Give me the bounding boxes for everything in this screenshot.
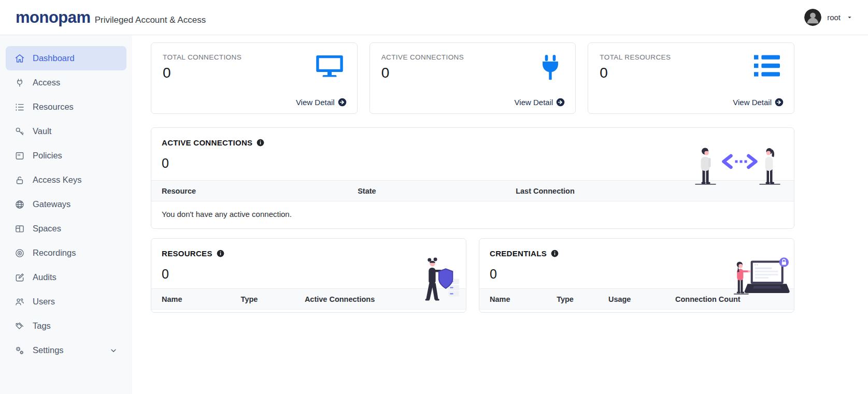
monitor-icon	[315, 54, 344, 80]
globe-icon	[15, 199, 25, 210]
app-logo: monopam	[16, 8, 91, 27]
sidebar-item-dashboard[interactable]: Dashboard	[6, 46, 126, 70]
info-icon[interactable]	[257, 139, 264, 147]
card-label: ACTIVE CONNECTIONS	[381, 53, 564, 61]
column-header-name: Name	[490, 295, 557, 303]
sidebar-item-label: Settings	[33, 345, 64, 355]
chevron-down-icon	[847, 14, 852, 20]
column-header-state: State	[358, 187, 516, 195]
top-header: monopam Privileged Account & Access root	[0, 0, 868, 35]
column-header-resource: Resource	[162, 187, 358, 195]
sidebar-item-label: Gateways	[33, 199, 70, 209]
users-icon	[15, 297, 25, 307]
sidebar-item-gateways[interactable]: Gateways	[6, 192, 126, 216]
sidebar-item-label: Access Keys	[33, 175, 81, 185]
gears-icon	[15, 345, 25, 356]
sidebar: Dashboard Access Resources Vault Policie…	[0, 35, 132, 394]
sidebar-item-label: Audits	[33, 272, 56, 282]
sidebar-item-label: Vault	[33, 126, 51, 136]
sidebar-item-resources[interactable]: Resources	[6, 95, 126, 119]
card-value: 0	[381, 65, 564, 81]
sidebar-item-label: Dashboard	[33, 53, 75, 63]
disc-icon	[15, 248, 25, 258]
column-header-last-connection: Last Connection	[516, 187, 794, 195]
column-header-type: Type	[557, 295, 608, 303]
sidebar-item-tags[interactable]: Tags	[6, 314, 126, 338]
connection-illustration	[690, 145, 786, 187]
plug-icon	[538, 54, 562, 81]
username-label: root	[827, 13, 841, 22]
sidebar-item-label: Policies	[33, 151, 62, 160]
active-connections-card: ACTIVE CONNECTIONS 0 View Detail	[369, 42, 576, 114]
app-subtitle: Privileged Account & Access	[95, 15, 206, 25]
arrow-circle-right-icon	[556, 98, 565, 107]
sidebar-item-label: Users	[33, 297, 55, 307]
sidebar-item-audits[interactable]: Audits	[6, 265, 126, 289]
policy-card-icon	[15, 151, 25, 161]
user-menu[interactable]: root	[804, 9, 852, 26]
info-icon[interactable]	[551, 250, 559, 257]
tag-icon	[15, 321, 25, 331]
view-detail-link[interactable]: View Detail	[733, 98, 784, 107]
total-connections-card: TOTAL CONNECTIONS 0 View Detail	[151, 42, 358, 114]
sidebar-item-vault[interactable]: Vault	[6, 119, 126, 143]
sidebar-item-label: Tags	[33, 321, 51, 331]
active-connections-panel: ACTIVE CONNECTIONS 0	[151, 127, 794, 229]
credentials-panel: CREDENTIALS 0	[479, 238, 794, 313]
info-icon[interactable]	[217, 250, 224, 257]
edit-square-icon	[15, 272, 25, 283]
key-icon	[15, 126, 25, 137]
shield-illustration	[406, 252, 462, 303]
plug-icon	[15, 78, 25, 88]
main-content: TOTAL CONNECTIONS 0 View Detail ACTIVE C…	[132, 35, 868, 394]
sidebar-item-label: Recordings	[33, 248, 76, 258]
column-header-name: Name	[162, 295, 241, 303]
arrow-circle-right-icon	[775, 98, 784, 107]
panel-title: CREDENTIALS	[490, 249, 547, 258]
avatar	[804, 9, 821, 26]
sidebar-item-users[interactable]: Users	[6, 289, 126, 314]
layout-icon	[15, 224, 25, 234]
sidebar-item-label: Resources	[33, 102, 74, 112]
list-icon	[15, 102, 25, 112]
panel-title: RESOURCES	[162, 249, 212, 258]
sidebar-item-access[interactable]: Access	[6, 70, 126, 95]
resources-panel: RESOURCES 0	[151, 238, 466, 313]
unlock-icon	[15, 175, 25, 185]
column-header-usage: Usage	[608, 295, 675, 303]
sidebar-item-settings[interactable]: Settings	[6, 338, 126, 362]
panel-title: ACTIVE CONNECTIONS	[162, 138, 252, 147]
empty-state-message: You don't have any active connection.	[151, 201, 794, 228]
sidebar-item-spaces[interactable]: Spaces	[6, 216, 126, 241]
home-icon	[15, 53, 25, 64]
column-header-type: Type	[241, 295, 305, 303]
arrow-circle-right-icon	[338, 98, 347, 107]
chevron-down-icon	[109, 346, 118, 355]
view-detail-link[interactable]: View Detail	[296, 98, 347, 107]
total-resources-card: TOTAL RESOURCES 0 View Detail	[588, 42, 794, 114]
view-detail-link[interactable]: View Detail	[515, 98, 565, 107]
list-icon	[753, 54, 781, 78]
sidebar-item-label: Spaces	[33, 224, 61, 234]
sidebar-item-recordings[interactable]: Recordings	[6, 241, 126, 265]
sidebar-item-policies[interactable]: Policies	[6, 143, 126, 168]
sidebar-item-label: Access	[33, 78, 60, 87]
laptop-lock-illustration	[732, 256, 790, 300]
sidebar-item-access-keys[interactable]: Access Keys	[6, 168, 126, 192]
